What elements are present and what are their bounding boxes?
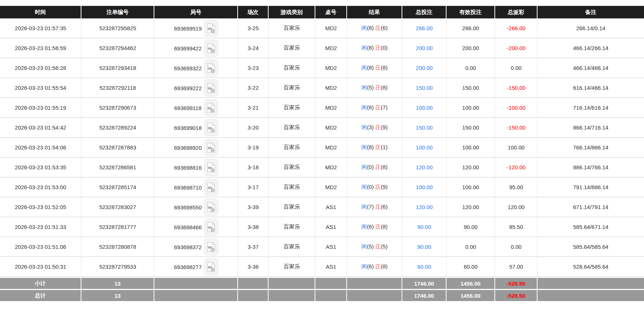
empty-cell bbox=[538, 289, 644, 301]
grand-total-row: 总计 13 1746.00 1456.00 -528.50 bbox=[0, 289, 644, 301]
total-bet-link[interactable]: 120.00 bbox=[416, 164, 433, 170]
total-bet-link[interactable]: 90.00 bbox=[417, 244, 431, 250]
total-bet-cell: 120.00 bbox=[402, 197, 447, 217]
banker-score: (8) bbox=[381, 223, 388, 230]
remark: 886.14/766.14 bbox=[538, 158, 644, 177]
round-number: 693699118 bbox=[174, 105, 202, 111]
column-header-game-type: 游戏类别 bbox=[269, 6, 315, 18]
banker-score: (6) bbox=[381, 25, 388, 31]
valid-bet: 120.00 bbox=[447, 158, 495, 177]
result-cell: 闲(8) 庄(0) bbox=[347, 38, 402, 58]
player-score: (5) bbox=[367, 84, 374, 91]
table-row: 2026-03-23 01:56:28 523287293418 6936993… bbox=[0, 58, 644, 78]
total-bet-cell: 200.00 bbox=[402, 38, 447, 58]
game-type: 百家乐 bbox=[269, 38, 315, 58]
column-header-remark: 备注 bbox=[538, 6, 644, 18]
remark: 791.14/886.14 bbox=[538, 177, 644, 197]
empty-cell bbox=[347, 289, 402, 301]
bet-id: 523287283027 bbox=[81, 197, 154, 217]
bet-time: 2026-03-23 01:55:19 bbox=[0, 98, 81, 118]
round-number: 693699519 bbox=[174, 25, 202, 31]
video-replay-button[interactable] bbox=[204, 159, 218, 176]
player-score: (6) bbox=[367, 104, 374, 110]
total-bet-link[interactable]: 266.00 bbox=[416, 25, 433, 31]
subtotal-label: 小计 bbox=[0, 277, 81, 289]
total-bet-link[interactable]: 100.00 bbox=[416, 105, 433, 111]
column-header-valid-bet: 有效投注 bbox=[447, 6, 495, 18]
round-number: 693699322 bbox=[174, 65, 202, 71]
bet-time: 2026-03-23 01:53:35 bbox=[0, 158, 81, 177]
valid-bet: 60.00 bbox=[447, 257, 495, 277]
banker-score: (0) bbox=[381, 45, 388, 51]
bet-time: 2026-03-23 01:56:28 bbox=[0, 58, 81, 78]
result-cell: 闲(8) 庄(8) bbox=[347, 58, 402, 78]
bet-time: 2026-03-23 01:50:31 bbox=[0, 257, 81, 277]
empty-cell bbox=[238, 289, 269, 301]
grand-total-payout: -528.50 bbox=[495, 289, 538, 301]
column-header-time: 时间 bbox=[0, 6, 81, 18]
video-replay-icon bbox=[207, 63, 216, 73]
video-replay-button[interactable] bbox=[204, 119, 218, 136]
bet-id: 523287295825 bbox=[81, 18, 154, 38]
bet-time: 2026-03-23 01:54:42 bbox=[0, 118, 81, 138]
video-replay-icon bbox=[207, 182, 216, 192]
video-replay-icon bbox=[207, 83, 216, 93]
player-result-label: 闲 bbox=[361, 263, 367, 269]
video-replay-button[interactable] bbox=[204, 219, 218, 236]
banker-result-label: 庄 bbox=[375, 144, 381, 150]
video-replay-button[interactable] bbox=[204, 199, 218, 216]
video-replay-icon bbox=[207, 162, 216, 173]
empty-cell bbox=[269, 289, 315, 301]
video-replay-button[interactable] bbox=[204, 99, 218, 116]
video-replay-button[interactable] bbox=[204, 258, 218, 275]
round-number: 693699222 bbox=[174, 85, 202, 91]
valid-bet: 100.00 bbox=[447, 177, 495, 197]
video-replay-button[interactable] bbox=[204, 179, 218, 196]
table-number: MD2 bbox=[315, 38, 347, 58]
game-type: 百家乐 bbox=[269, 158, 315, 177]
payout: 85.50 bbox=[495, 217, 538, 237]
round-cell: 693698816 bbox=[154, 158, 238, 177]
total-bet-link[interactable]: 150.00 bbox=[416, 124, 433, 131]
video-replay-button[interactable] bbox=[204, 40, 218, 57]
video-replay-button[interactable] bbox=[204, 20, 218, 37]
round-number: 693698550 bbox=[174, 204, 202, 210]
round-cell: 693699118 bbox=[154, 98, 238, 118]
total-bet-link[interactable]: 100.00 bbox=[416, 184, 433, 190]
payout: 0.00 bbox=[495, 58, 538, 78]
video-replay-icon bbox=[207, 43, 216, 53]
game-type: 百家乐 bbox=[269, 58, 315, 78]
video-replay-button[interactable] bbox=[204, 238, 218, 255]
session: 3-39 bbox=[238, 197, 269, 217]
total-bet-link[interactable]: 200.00 bbox=[416, 45, 433, 51]
total-bet-cell: 60.00 bbox=[402, 257, 447, 277]
banker-result-label: 庄 bbox=[375, 64, 381, 71]
player-score: (7) bbox=[367, 204, 374, 210]
bet-time: 2026-03-23 01:56:59 bbox=[0, 38, 81, 58]
total-bet-link[interactable]: 120.00 bbox=[416, 204, 433, 210]
bet-id: 523287294462 bbox=[81, 38, 154, 58]
player-score: (8) bbox=[367, 45, 374, 51]
total-bet-link[interactable]: 90.00 bbox=[417, 224, 431, 230]
banker-result-label: 庄 bbox=[375, 223, 381, 230]
remark: 528.64/585.64 bbox=[538, 257, 644, 277]
total-bet-cell: 90.00 bbox=[402, 237, 447, 257]
video-replay-icon bbox=[207, 142, 216, 153]
round-cell: 693698277 bbox=[154, 257, 238, 277]
video-replay-button[interactable] bbox=[204, 139, 218, 156]
total-bet-cell: 100.00 bbox=[402, 177, 447, 197]
total-bet-link[interactable]: 60.00 bbox=[417, 264, 431, 270]
session: 3-23 bbox=[238, 58, 269, 78]
total-bet-link[interactable]: 150.00 bbox=[416, 85, 433, 91]
total-bet-cell: 100.00 bbox=[402, 138, 447, 158]
total-bet-link[interactable]: 200.00 bbox=[416, 65, 433, 71]
banker-result-label: 庄 bbox=[375, 45, 381, 51]
session: 3-18 bbox=[238, 158, 269, 177]
round-cell: 693699422 bbox=[154, 38, 238, 58]
grand-total-count: 13 bbox=[81, 289, 154, 301]
session: 3-36 bbox=[238, 257, 269, 277]
video-replay-button[interactable] bbox=[204, 79, 218, 96]
empty-cell bbox=[315, 277, 347, 289]
total-bet-link[interactable]: 100.00 bbox=[416, 144, 433, 151]
video-replay-button[interactable] bbox=[204, 60, 218, 77]
